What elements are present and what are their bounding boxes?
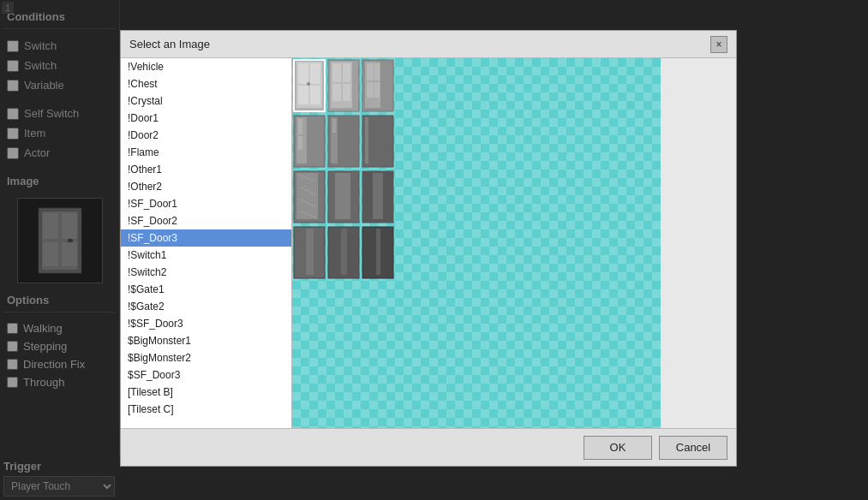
svg-rect-12 [310, 86, 320, 104]
file-item-bigmonster2[interactable]: $BigMonster2 [121, 349, 291, 366]
svg-rect-33 [332, 119, 336, 133]
ok-button[interactable]: OK [584, 436, 652, 460]
preview-area [292, 58, 736, 428]
dialog-titlebar: Select an Image × [121, 31, 736, 58]
svg-rect-25 [367, 82, 374, 98]
preview-scroll[interactable] [292, 58, 736, 428]
dialog-close-button[interactable]: × [710, 36, 727, 53]
file-item-tilesetb[interactable]: [Tileset B] [121, 384, 291, 401]
file-list-container: !Vehicle !Chest !Crystal !Door1 !Door2 !… [121, 58, 292, 428]
file-item-switch1[interactable]: !Switch1 [121, 247, 291, 264]
file-item-door2[interactable]: !Door2 [121, 127, 291, 144]
file-item-sfdoor1[interactable]: !SF_Door1 [121, 195, 291, 212]
file-item-flame[interactable]: !Flame [121, 144, 291, 161]
file-item-sfdoor3[interactable]: !SF_Door3 [121, 229, 291, 247]
svg-marker-51 [376, 229, 380, 275]
file-item-sfdoor3b[interactable]: $SF_Door3 [121, 366, 291, 384]
file-item-bigmonster1[interactable]: $BigMonster1 [121, 332, 291, 349]
file-item-crystal[interactable]: !Crystal [121, 92, 291, 110]
svg-point-13 [307, 82, 310, 86]
dialog-footer: OK Cancel [121, 428, 736, 466]
sprite-svg [292, 58, 395, 428]
svg-rect-29 [298, 119, 302, 134]
svg-rect-35 [365, 117, 368, 164]
svg-rect-11 [298, 86, 308, 104]
svg-rect-10 [310, 63, 320, 84]
file-list-scroll[interactable]: !Vehicle !Chest !Crystal !Door1 !Door2 !… [121, 58, 291, 428]
file-item-gate2[interactable]: !$Gate2 [121, 298, 291, 315]
file-item-switch2[interactable]: !Switch2 [121, 264, 291, 281]
svg-rect-26 [374, 82, 380, 98]
file-item-door1[interactable]: !Door1 [121, 110, 291, 127]
svg-rect-17 [332, 63, 341, 82]
svg-rect-24 [374, 63, 380, 80]
file-item-other1[interactable]: !Other1 [121, 161, 291, 178]
svg-rect-23 [367, 63, 374, 80]
svg-rect-19 [332, 84, 341, 101]
svg-marker-45 [373, 173, 383, 219]
file-item-sfsfdoor3[interactable]: !$SF_Door3 [121, 315, 291, 332]
file-item-tilesetc[interactable]: [Tileset C] [121, 401, 291, 418]
svg-marker-43 [335, 173, 350, 219]
file-item-gate1[interactable]: !$Gate1 [121, 281, 291, 298]
svg-rect-9 [298, 63, 308, 84]
svg-rect-30 [298, 136, 302, 150]
svg-rect-20 [343, 84, 350, 101]
dialog-body: !Vehicle !Chest !Crystal !Door1 !Door2 !… [121, 58, 736, 428]
svg-marker-49 [341, 229, 347, 275]
svg-rect-18 [343, 63, 350, 82]
svg-marker-47 [306, 229, 314, 275]
file-item-vehicle[interactable]: !Vehicle [121, 58, 291, 75]
select-image-dialog: Select an Image × !Vehicle !Chest !Cryst… [120, 30, 737, 467]
file-item-other2[interactable]: !Other2 [121, 178, 291, 195]
cancel-button[interactable]: Cancel [659, 436, 727, 460]
preview-canvas [292, 58, 661, 428]
dialog-title: Select an Image [129, 38, 210, 51]
svg-marker-37 [296, 173, 318, 219]
file-item-chest[interactable]: !Chest [121, 75, 291, 92]
file-item-sfdoor2[interactable]: !SF_Door2 [121, 212, 291, 229]
